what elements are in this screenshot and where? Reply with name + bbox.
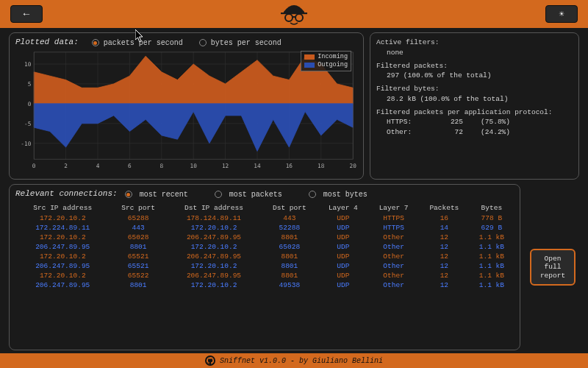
radio-most-bytes[interactable]	[309, 191, 316, 198]
svg-text:-5: -5	[24, 121, 32, 127]
protocol-row: Other:72(24.2%)	[387, 127, 573, 138]
protocol-row: HTTPS:225(75.8%)	[387, 117, 573, 127]
back-button[interactable]: ←	[10, 5, 43, 23]
svg-text:6: 6	[128, 163, 132, 169]
traffic-chart: -10-5051002468101214161820 Incoming Outg…	[15, 49, 357, 174]
table-header: Layer 4	[318, 202, 369, 213]
radio-most-bytes-label: most bytes	[323, 191, 368, 199]
svg-rect-0	[281, 13, 307, 14]
svg-point-1	[285, 14, 293, 21]
svg-text:10: 10	[24, 61, 32, 68]
table-row[interactable]: 206.247.89.958801172.20.10.249538UDPOthe…	[15, 280, 514, 290]
active-filters-label: Active filters:	[376, 38, 573, 48]
footer-text: Sniffnet v1.0.0 - by Giuliano Bellini	[220, 357, 383, 365]
table-row[interactable]: 172.20.10.265522206.247.89.958801UDPOthe…	[15, 271, 514, 280]
radio-most-packets-label: most packets	[229, 191, 282, 199]
table-header: Dst IP address	[167, 202, 261, 213]
table-row[interactable]: 206.247.89.958801172.20.10.265028UDPOthe…	[15, 242, 514, 252]
table-header: Bytes	[470, 202, 514, 213]
svg-text:10: 10	[190, 163, 198, 169]
active-filters-panel: Active filters: none Filtered packets: 2…	[370, 32, 579, 180]
filtered-packets-value: 297 (100.0% of the total)	[376, 71, 573, 81]
svg-text:16: 16	[286, 163, 293, 169]
filtered-proto-label: Filtered packets per application protoco…	[376, 107, 573, 118]
svg-text:8: 8	[159, 163, 163, 169]
radio-most-packets[interactable]	[215, 191, 222, 198]
connections-panel: Relevant connections: most recent most p…	[9, 184, 520, 350]
plotted-title: Plotted data:	[15, 38, 79, 46]
radio-packets-per-second[interactable]	[92, 39, 99, 46]
table-header: Layer 7	[368, 202, 419, 213]
filtered-bytes-value: 28.2 kB (100.0% of the total)	[376, 94, 573, 105]
filtered-packets-label: Filtered packets:	[376, 61, 573, 71]
top-bar: ← ☀	[0, 0, 588, 28]
open-report-label: Openfullreport	[540, 255, 565, 280]
chart-legend: Incoming Outgoing	[301, 51, 351, 71]
plotted-data-panel: Plotted data: packets per second bytes p…	[9, 32, 364, 180]
radio-most-recent[interactable]	[125, 191, 132, 198]
arrow-left-icon: ←	[24, 8, 29, 20]
svg-text:12: 12	[222, 163, 229, 169]
svg-text:18: 18	[318, 163, 325, 169]
table-header: Src port	[110, 202, 166, 213]
svg-text:0: 0	[32, 163, 36, 169]
theme-toggle-button[interactable]: ☀	[545, 5, 578, 23]
connections-table: Src IP addressSrc portDst IP addressDst …	[15, 202, 514, 290]
connections-title: Relevant connections:	[15, 189, 118, 198]
svg-text:5: 5	[28, 81, 32, 88]
table-header: Packets	[419, 202, 470, 213]
github-icon[interactable]	[205, 355, 215, 366]
svg-text:0: 0	[28, 101, 32, 107]
active-filters-value: none	[376, 48, 573, 58]
footer-bar: Sniffnet v1.0.0 - by Giuliano Bellini	[0, 353, 588, 368]
svg-text:4: 4	[96, 163, 100, 169]
open-full-report-button[interactable]: Openfullreport	[530, 249, 576, 286]
legend-outgoing: Outgoing	[318, 61, 348, 69]
table-row[interactable]: 172.224.89.11443172.20.10.252288UDPHTTPS…	[15, 223, 514, 233]
svg-point-2	[295, 14, 303, 21]
app-logo	[276, 1, 312, 26]
sun-icon: ☀	[559, 9, 564, 20]
radio-bytes-per-second[interactable]	[199, 39, 207, 46]
svg-text:2: 2	[64, 163, 68, 169]
table-row[interactable]: 206.247.89.9565521172.20.10.28801UDPOthe…	[15, 261, 514, 271]
filtered-bytes-label: Filtered bytes:	[376, 84, 573, 94]
table-row[interactable]: 172.20.10.265521206.247.89.958801UDPOthe…	[15, 252, 514, 261]
table-row[interactable]: 172.20.10.265028206.247.89.958801UDPOthe…	[15, 233, 514, 242]
table-row[interactable]: 172.20.10.265288178.124.89.11443UDPHTTPS…	[15, 213, 514, 223]
radio-bytes-label: bytes per second	[211, 39, 282, 47]
radio-packets-label: packets per second	[104, 39, 183, 47]
table-header: Src IP address	[15, 202, 110, 213]
svg-text:-10: -10	[21, 141, 31, 147]
svg-text:14: 14	[254, 163, 261, 169]
legend-incoming: Incoming	[318, 53, 348, 61]
radio-most-recent-label: most recent	[140, 191, 188, 199]
main-content: Plotted data: packets per second bytes p…	[0, 28, 588, 353]
svg-text:20: 20	[350, 163, 357, 169]
table-header: Dst port	[261, 202, 318, 213]
